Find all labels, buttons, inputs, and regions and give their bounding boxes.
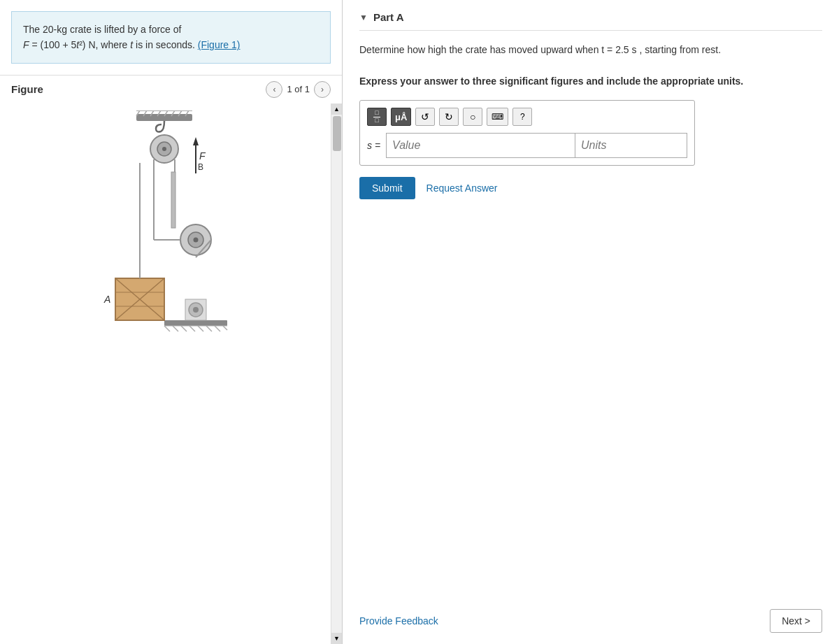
question-line2: Express your answer to three significant… bbox=[359, 73, 822, 89]
scroll-up-button[interactable]: ▲ bbox=[331, 103, 343, 115]
figure-scroll-container: F B bbox=[0, 103, 342, 644]
scroll-thumb bbox=[333, 116, 341, 151]
scrollbar[interactable]: ▲ ▼ bbox=[331, 103, 342, 644]
svg-line-33 bbox=[215, 326, 220, 331]
figure-label: Figure bbox=[11, 83, 266, 95]
redo-button[interactable]: ↻ bbox=[439, 108, 459, 126]
keyboard-icon: ⌨ bbox=[492, 112, 503, 122]
refresh-icon: ○ bbox=[470, 111, 475, 122]
refresh-button[interactable]: ○ bbox=[463, 108, 482, 126]
main-layout: The 20-kg crate is lifted by a force of … bbox=[0, 0, 839, 644]
svg-marker-14 bbox=[193, 137, 199, 145]
bottom-row: Provide Feedback Next > bbox=[359, 602, 822, 633]
question-text: Determine how high the crate has moved u… bbox=[359, 42, 822, 89]
part-header: ▼ Part A bbox=[359, 11, 822, 31]
svg-line-30 bbox=[189, 326, 195, 331]
figure-header: Figure ‹ 1 of 1 › bbox=[0, 75, 342, 103]
help-button[interactable]: ? bbox=[512, 108, 532, 126]
figure-nav: ‹ 1 of 1 › bbox=[266, 81, 331, 98]
actions-row: Submit Request Answer bbox=[359, 177, 822, 199]
svg-line-29 bbox=[181, 326, 187, 331]
request-answer-link[interactable]: Request Answer bbox=[426, 183, 498, 194]
svg-point-12 bbox=[162, 147, 166, 151]
part-title: Part A bbox=[373, 11, 404, 23]
answer-box: □ □ μÅ ↺ ↻ ○ ⌨ bbox=[359, 100, 695, 166]
svg-line-32 bbox=[206, 326, 212, 331]
mu-label: μÅ bbox=[395, 112, 407, 122]
svg-text:F: F bbox=[199, 150, 206, 162]
submit-button[interactable]: Submit bbox=[359, 177, 415, 199]
problem-line1: The 20-kg crate is lifted by a force of bbox=[23, 22, 319, 37]
figure-link[interactable]: (Figure 1) bbox=[198, 39, 241, 50]
toolbar-row: □ □ μÅ ↺ ↻ ○ ⌨ bbox=[367, 108, 687, 126]
next-button[interactable]: Next > bbox=[770, 609, 822, 633]
redo-icon: ↻ bbox=[445, 111, 453, 122]
mu-button[interactable]: μÅ bbox=[391, 108, 411, 126]
help-label: ? bbox=[520, 112, 525, 122]
figure-content: F B bbox=[0, 103, 342, 376]
svg-rect-25 bbox=[164, 320, 227, 326]
scroll-down-button[interactable]: ▼ bbox=[331, 633, 343, 644]
svg-line-34 bbox=[223, 326, 227, 330]
svg-text:A: A bbox=[103, 294, 110, 305]
undo-button[interactable]: ↺ bbox=[415, 108, 435, 126]
svg-point-37 bbox=[193, 307, 199, 313]
figure-area: Figure ‹ 1 of 1 › bbox=[0, 75, 342, 644]
pulley-figure: F B bbox=[94, 110, 248, 369]
svg-rect-0 bbox=[136, 114, 192, 121]
part-collapse-arrow[interactable]: ▼ bbox=[359, 13, 368, 22]
figure-next-button[interactable]: › bbox=[314, 81, 331, 98]
svg-point-22 bbox=[193, 237, 198, 242]
svg-line-28 bbox=[173, 326, 178, 331]
input-row: s = bbox=[367, 133, 687, 158]
value-input[interactable] bbox=[386, 133, 575, 158]
s-label: s = bbox=[367, 140, 380, 151]
keyboard-button[interactable]: ⌨ bbox=[487, 108, 508, 126]
svg-line-27 bbox=[164, 326, 170, 331]
figure-prev-button[interactable]: ‹ bbox=[266, 81, 282, 98]
right-panel: ▼ Part A Determine how high the crate ha… bbox=[343, 0, 839, 644]
left-panel: The 20-kg crate is lifted by a force of … bbox=[0, 0, 343, 644]
problem-line2: F = (100 + 5t²) N, where t is in seconds… bbox=[23, 37, 319, 52]
problem-statement: The 20-kg crate is lifted by a force of … bbox=[11, 11, 331, 64]
svg-line-31 bbox=[198, 326, 203, 331]
matrix-button[interactable]: □ □ bbox=[367, 108, 387, 126]
question-line1: Determine how high the crate has moved u… bbox=[359, 42, 822, 57]
svg-text:B: B bbox=[198, 162, 203, 172]
page-indicator: 1 of 1 bbox=[287, 84, 310, 94]
provide-feedback-link[interactable]: Provide Feedback bbox=[359, 615, 438, 627]
svg-rect-19 bbox=[171, 172, 175, 228]
undo-icon: ↺ bbox=[421, 111, 429, 122]
units-input[interactable] bbox=[575, 133, 687, 158]
